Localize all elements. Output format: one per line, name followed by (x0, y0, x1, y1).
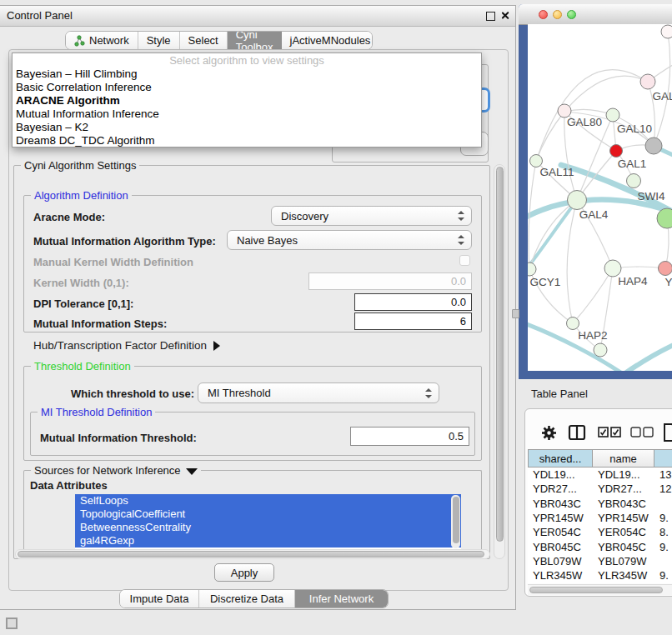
network-node-label: GAL4 (579, 208, 609, 221)
table-row[interactable]: YDL19...YDL19...13 (528, 468, 672, 482)
network-edge-thick[interactable] (528, 321, 636, 371)
network-node-gcy1[interactable] (528, 262, 536, 276)
tab-network[interactable]: Network (66, 32, 138, 49)
tab-select[interactable]: Select (180, 32, 228, 49)
attribute-item-selected[interactable]: BetweennessCentrality (75, 521, 461, 534)
close-icon[interactable] (500, 11, 509, 20)
which-threshold-combo[interactable]: MI Threshold (198, 382, 439, 403)
table-row[interactable]: YIL052CYIL052C0. (528, 582, 672, 583)
mi-steps-field[interactable]: 6 (354, 312, 472, 330)
network-edge[interactable] (536, 112, 564, 161)
dropdown-item[interactable]: Dream8 DC_TDC Algorithm (13, 134, 481, 148)
mi-steps-label: Mutual Information Steps: (33, 318, 167, 330)
kernel-width-field[interactable]: 0.0 (308, 272, 472, 290)
hub-definition-toggle[interactable]: Hub/Transcription Factor Definition (33, 339, 220, 352)
network-edge-thick[interactable] (611, 338, 672, 371)
column-header-partial[interactable] (654, 449, 672, 468)
checked-checkboxes-icon[interactable] (598, 427, 621, 442)
table-row[interactable]: YBR045CYBR045C9. (528, 539, 672, 553)
attribute-item-selected[interactable]: SelfLoops (75, 494, 461, 508)
network-edge[interactable] (654, 32, 670, 146)
close-traffic-light-icon[interactable] (539, 10, 548, 19)
tab-jactivemnodules[interactable]: jActiveMNodules (282, 32, 373, 49)
settings-vertical-scrollbar[interactable] (494, 164, 505, 559)
settings-horizontal-scrollbar[interactable] (15, 549, 490, 559)
manual-kernel-width-label: Manual Kernel Width Definition (33, 256, 193, 268)
network-node-hap4[interactable] (604, 260, 621, 277)
network-canvas[interactable]: GALGAL80GAL10GAL1GAL11SWI4GAL4GCY1HAP4YH… (528, 24, 672, 371)
table-row[interactable]: YDR27...YDR27...12 (528, 482, 672, 496)
mi-threshold-field[interactable]: 0.5 (350, 427, 469, 446)
dpi-tolerance-field[interactable]: 0.0 (354, 293, 472, 311)
network-node-gal4[interactable] (568, 191, 587, 210)
table-cell: YLR345W (593, 569, 654, 582)
split-pane-grip[interactable] (512, 309, 519, 318)
table-row[interactable]: YBR043CYBR043C (528, 497, 672, 511)
mi-algorithm-type-label: Mutual Information Algorithm Type: (33, 235, 216, 248)
minimize-traffic-light-icon[interactable] (553, 10, 562, 19)
network-node-gal10[interactable] (606, 108, 619, 122)
manual-kernel-width-checkbox[interactable] (459, 255, 470, 266)
tab-discretize-data[interactable]: Discretize Data (199, 590, 295, 608)
table-row[interactable]: YER054CYER054C8. (528, 525, 672, 539)
network-node-gal1[interactable] (610, 145, 623, 158)
network-node[interactable] (594, 343, 607, 357)
table-cell: YDR27... (593, 482, 654, 495)
field-value: 0.5 (449, 430, 464, 442)
column-header-shared[interactable]: shared... (528, 449, 593, 468)
network-node[interactable] (657, 208, 672, 228)
control-panel-tabs: Network Style Select Cyni Toolbox jActiv… (65, 31, 373, 50)
split-columns-icon[interactable] (568, 424, 586, 444)
group-title: Algorithm Definition (31, 189, 132, 202)
tab-label: Impute Data (130, 592, 189, 605)
network-node-hap2[interactable] (567, 318, 579, 330)
table-cell: YDL19... (593, 468, 654, 481)
tab-style[interactable]: Style (138, 32, 180, 49)
network-node-swi4[interactable] (627, 174, 641, 188)
zoom-traffic-light-icon[interactable] (567, 10, 576, 19)
network-node-label: GAL (652, 90, 672, 102)
table-cell: YDL19... (528, 468, 593, 481)
attribute-item-selected[interactable]: TopologicalCoefficient (75, 508, 461, 521)
unchecked-checkboxes-icon[interactable] (630, 427, 654, 442)
dropdown-item[interactable]: Basic Correlation Inference (13, 81, 481, 94)
tab-cyni-toolbox[interactable]: Cyni Toolbox (228, 32, 282, 49)
collapsed-arrow-icon (213, 341, 220, 351)
docked-window-icon[interactable] (6, 618, 18, 629)
tab-impute-data[interactable]: Impute Data (120, 590, 199, 608)
network-edge[interactable] (567, 200, 577, 323)
network-node-y[interactable] (659, 262, 672, 276)
panel-title: Control Panel (7, 9, 73, 22)
network-node-gal[interactable] (640, 74, 655, 89)
float-window-icon[interactable] (486, 12, 495, 21)
mi-algorithm-type-combo[interactable]: Naive Bayes (227, 230, 472, 250)
table-row[interactable]: YPR145WYPR145W9. (528, 511, 672, 525)
attributes-scrollbar[interactable] (451, 495, 460, 548)
table-cell: YBL079W (593, 555, 654, 568)
column-header-name[interactable]: name (593, 449, 654, 468)
network-edge[interactable] (564, 76, 648, 112)
attribute-item-selected[interactable]: gal4RGexp (75, 534, 461, 548)
dropdown-item[interactable]: Bayesian – Hill Climbing (13, 68, 481, 81)
aracne-mode-combo[interactable]: Discovery (271, 206, 472, 226)
sources-toggle[interactable]: Sources for Network Inference (31, 464, 201, 477)
combo-value: Discovery (281, 210, 328, 222)
network-edge[interactable] (573, 268, 613, 323)
network-node[interactable] (661, 25, 672, 38)
document-icon[interactable] (663, 422, 672, 446)
dropdown-item[interactable]: Bayesian – K2 (13, 121, 481, 134)
table-row[interactable]: YBL079WYBL079W (528, 554, 672, 568)
gear-icon[interactable] (540, 424, 558, 445)
dropdown-item[interactable]: Mutual Information Inference (13, 108, 481, 121)
which-threshold-label: Which threshold to use: (71, 388, 194, 400)
table-cell: 12 (654, 482, 672, 495)
tab-label: Discretize Data (210, 592, 283, 605)
table-cell: YER054C (528, 526, 593, 538)
table-row[interactable]: YLR345WYLR345W9. (528, 568, 672, 582)
tab-infer-network[interactable]: Infer Network (295, 590, 388, 608)
table-horizontal-scrollbar[interactable] (528, 584, 672, 595)
network-node[interactable] (645, 138, 662, 154)
apply-button[interactable]: Apply (214, 563, 274, 582)
dropdown-item[interactable]: ARACNE Algorithm (13, 94, 481, 108)
data-attributes-list[interactable]: SelfLoopsTopologicalCoefficientBetweenne… (75, 494, 461, 549)
